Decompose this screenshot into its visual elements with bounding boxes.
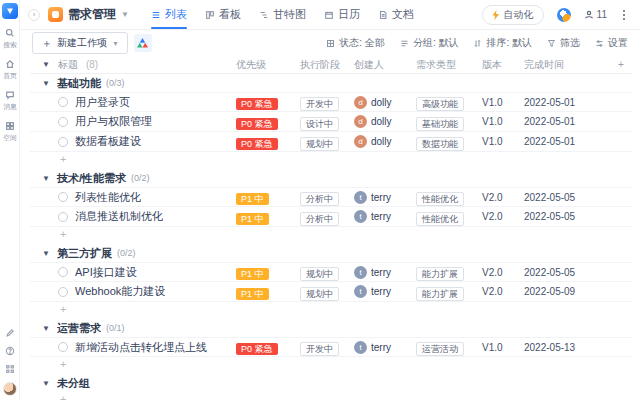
group-collapse-caret-icon[interactable]: ▼ xyxy=(42,379,50,388)
tab-label: 看板 xyxy=(219,7,241,22)
group-collapse-caret-icon[interactable]: ▼ xyxy=(42,324,50,333)
sidebar-item-home[interactable]: 首页 xyxy=(2,59,18,81)
user-avatar[interactable] xyxy=(3,382,17,396)
row-status-circle[interactable] xyxy=(58,267,68,277)
tab-gantt[interactable]: 甘特图 xyxy=(259,0,306,29)
requirement-row[interactable]: 数据看板建设P0 紧急规划中ddolly数据功能V1.02022-05-01 xyxy=(30,132,632,152)
version-cell: V1.0 xyxy=(482,136,524,147)
creator-name: dolly xyxy=(371,116,392,127)
group-title-cell: ▼第三方扩展(0/2) xyxy=(30,246,236,261)
sidebar-item-spaces[interactable]: 空间 xyxy=(2,121,18,143)
finish-time-cell: 2022-05-05 xyxy=(524,211,610,222)
sidebar-item-label: 首页 xyxy=(3,71,17,80)
add-column-button[interactable]: + xyxy=(610,59,632,70)
add-item-row[interactable]: + xyxy=(30,152,632,167)
column-header-version[interactable]: 版本 xyxy=(482,58,524,72)
group-header-row[interactable]: ▼基础功能(0/3) xyxy=(30,74,632,92)
group-control[interactable]: 分组: 默认 xyxy=(400,36,459,50)
add-item-plus-icon: + xyxy=(60,394,66,400)
sidebar-item-search[interactable]: 搜索 xyxy=(2,28,18,50)
row-status-circle[interactable] xyxy=(58,212,68,222)
title-column-header[interactable]: ▼ 标题 (8) xyxy=(30,58,236,72)
requirement-row[interactable]: 列表性能优化P1 中分析中tterry性能优化V2.02022-05-05 xyxy=(30,187,632,207)
creator-avatar: t xyxy=(354,266,367,279)
tab-board[interactable]: 看板 xyxy=(205,0,241,29)
settings-control[interactable]: 设置 xyxy=(595,36,628,50)
requirement-title: 新增活动点击转化埋点上线 xyxy=(75,340,207,355)
sidebar-item-messages[interactable]: 消息 xyxy=(2,90,18,112)
type-chip: 性能优化 xyxy=(416,192,464,206)
add-item-plus-icon: + xyxy=(60,304,66,315)
row-status-circle[interactable] xyxy=(58,287,68,297)
automation-button[interactable]: 自动化 xyxy=(482,5,544,25)
row-status-circle[interactable] xyxy=(58,97,68,107)
column-header-stage[interactable]: 执行阶段 xyxy=(300,58,354,72)
priority-badge: P0 紧急 xyxy=(236,343,278,355)
creator-name: dolly xyxy=(371,97,392,108)
filter-control[interactable]: 筛选 xyxy=(547,36,580,50)
group-collapse-caret-icon[interactable]: ▼ xyxy=(42,79,50,88)
feedback-pen-icon[interactable] xyxy=(5,328,15,338)
tab-calendar[interactable]: 日历 xyxy=(324,0,360,29)
collapse-sidebar-button[interactable]: › xyxy=(28,9,40,21)
row-status-circle[interactable] xyxy=(58,137,68,147)
collapse-all-caret-icon[interactable]: ▼ xyxy=(42,60,50,69)
requirement-title: 列表性能优化 xyxy=(75,190,141,205)
list-toolbar: ＋ 新建工作项 ▼ 状态: 全部 分组: 默认 排序: 默认 xyxy=(20,30,640,56)
tab-list[interactable]: 列表 xyxy=(151,0,187,29)
priority-badge: P1 中 xyxy=(236,193,269,205)
requirement-row[interactable]: 新增活动点击转化埋点上线P0 紧急开发中tterry运营活动V1.02022-0… xyxy=(30,337,632,357)
requirement-row[interactable]: 用户与权限管理P0 紧急设计中ddolly基础功能V1.02022-05-01 xyxy=(30,112,632,132)
sort-control[interactable]: 排序: 默认 xyxy=(473,36,532,50)
add-item-plus-icon: + xyxy=(60,229,66,240)
priority-cell: P0 紧急 xyxy=(236,93,300,111)
group-header-row[interactable]: ▼运营需求(0/1) xyxy=(30,319,632,337)
apps-grid-icon[interactable] xyxy=(5,364,15,374)
requirement-row[interactable]: API接口建设P1 中规划中tterry能力扩展V2.02022-05-05 xyxy=(30,262,632,282)
add-item-plus-icon: + xyxy=(60,154,66,165)
requirement-row[interactable]: Webhook能力建设P1 中规划中tterry能力扩展V2.02022-05-… xyxy=(30,282,632,302)
row-status-circle[interactable] xyxy=(58,342,68,352)
members-button[interactable]: 11 xyxy=(584,9,607,20)
stage-cell: 开发中 xyxy=(300,93,354,111)
requirement-title-cell: 新增活动点击转化埋点上线 xyxy=(30,340,236,355)
requirement-row[interactable]: 用户登录页P0 紧急开发中ddolly高级功能V1.02022-05-01 xyxy=(30,92,632,112)
column-header-priority[interactable]: 优先级 xyxy=(236,58,300,72)
group-collapse-caret-icon[interactable]: ▼ xyxy=(42,174,50,183)
smart-view-button[interactable] xyxy=(134,34,152,52)
column-header-creator[interactable]: 创建人 xyxy=(354,58,416,72)
more-menu-icon[interactable] xyxy=(620,9,628,21)
tab-docs[interactable]: 文档 xyxy=(378,0,414,29)
requirement-row[interactable]: 消息推送机制优化P1 中分析中tterry性能优化V2.02022-05-05 xyxy=(30,207,632,227)
status-filter[interactable]: 状态: 全部 xyxy=(326,36,385,50)
project-switcher[interactable]: 需求管理 ▼ xyxy=(48,6,129,23)
add-item-row[interactable]: + xyxy=(30,392,632,400)
group-header-row[interactable]: ▼技术/性能需求(0/2) xyxy=(30,169,632,187)
column-header-finish-time[interactable]: 完成时间 xyxy=(524,58,610,72)
help-icon[interactable] xyxy=(5,346,15,356)
column-header-type[interactable]: 需求类型 xyxy=(416,58,482,72)
list-icon xyxy=(151,10,161,20)
row-status-circle[interactable] xyxy=(58,117,68,127)
add-item-row[interactable]: + xyxy=(30,302,632,317)
row-status-circle[interactable] xyxy=(58,192,68,202)
add-item-row[interactable]: + xyxy=(30,227,632,242)
group-header-row[interactable]: ▼未分组 xyxy=(30,374,632,392)
stage-chip: 规划中 xyxy=(300,287,339,301)
creator-avatar: d xyxy=(354,115,367,128)
new-work-item-button[interactable]: ＋ 新建工作项 ▼ xyxy=(32,32,128,54)
priority-badge: P1 中 xyxy=(236,288,269,300)
requirement-title: API接口建设 xyxy=(75,265,137,280)
group-title-cell: ▼运营需求(0/1) xyxy=(30,321,236,336)
requirement-title-cell: 列表性能优化 xyxy=(30,190,236,205)
group-title-cell: ▼未分组 xyxy=(30,376,236,391)
creator-cell: tterry xyxy=(354,285,416,298)
assistant-icon[interactable] xyxy=(557,8,571,22)
group-collapse-caret-icon[interactable]: ▼ xyxy=(42,249,50,258)
type-cell: 数据功能 xyxy=(416,133,482,151)
app-logo[interactable] xyxy=(2,3,18,19)
gantt-icon xyxy=(259,10,269,20)
add-item-row[interactable]: + xyxy=(30,357,632,372)
group-header-row[interactable]: ▼第三方扩展(0/2) xyxy=(30,244,632,262)
funnel-icon xyxy=(547,39,556,48)
